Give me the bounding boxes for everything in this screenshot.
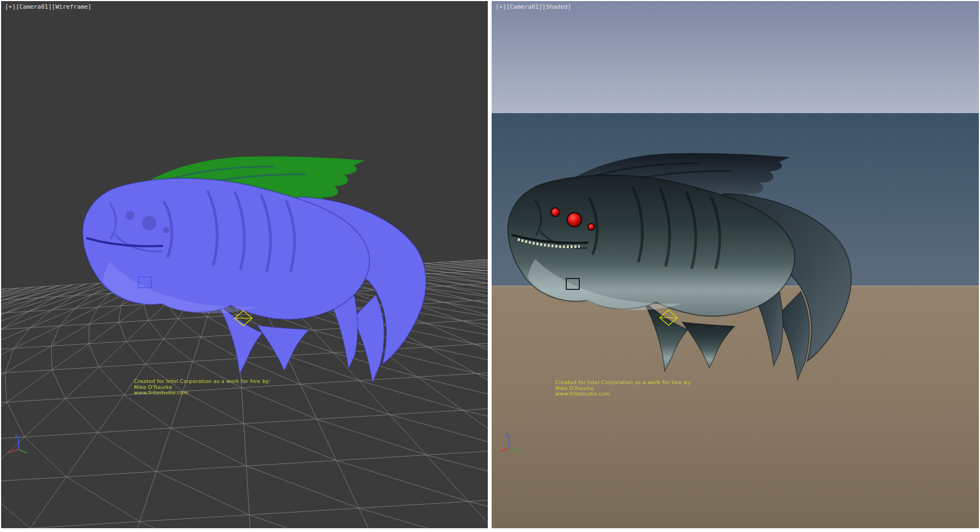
viewport-shading-menu[interactable]: [Shaded]	[542, 3, 571, 10]
viewport-pov-menu[interactable]: [Camera01]	[506, 3, 542, 10]
axis-tripod: z	[499, 432, 518, 452]
creature-model-shaded[interactable]	[508, 153, 852, 380]
credit-line-3: www.fritzstudio.com	[555, 391, 691, 397]
scene-credit-text: Created for Intel Corporation as a work …	[555, 380, 691, 397]
viewport-pov-menu[interactable]: [Camera01]	[16, 3, 52, 10]
viewport-general-menu[interactable]: [+]	[5, 3, 16, 10]
credit-line-3: www.fritzstudio.com	[134, 390, 270, 396]
viewport-menu: [+][Camera01][Wireframe]	[5, 3, 91, 10]
scene-credit-text: Created for Intel Corporation as a work …	[134, 379, 270, 396]
viewport-shaded[interactable]: z [+][Camera01][Shaded] Created for Inte…	[492, 1, 979, 528]
credit-line-1: Created for Intel Corporation as a work …	[134, 379, 270, 385]
creature-model-wireframe[interactable]	[83, 156, 426, 383]
viewport-shading-menu[interactable]: [Wireframe]	[52, 3, 91, 10]
axis-z-label: z	[15, 433, 17, 438]
viewport-general-menu[interactable]: [+]	[495, 3, 506, 10]
axis-z-label: z	[505, 432, 508, 437]
viewport-menu: [+][Camera01][Shaded]	[495, 3, 571, 10]
viewport-wireframe[interactable]: z [+][Camera01][Wireframe] Created for I…	[1, 1, 488, 528]
credit-line-1: Created for Intel Corporation as a work …	[555, 380, 691, 386]
